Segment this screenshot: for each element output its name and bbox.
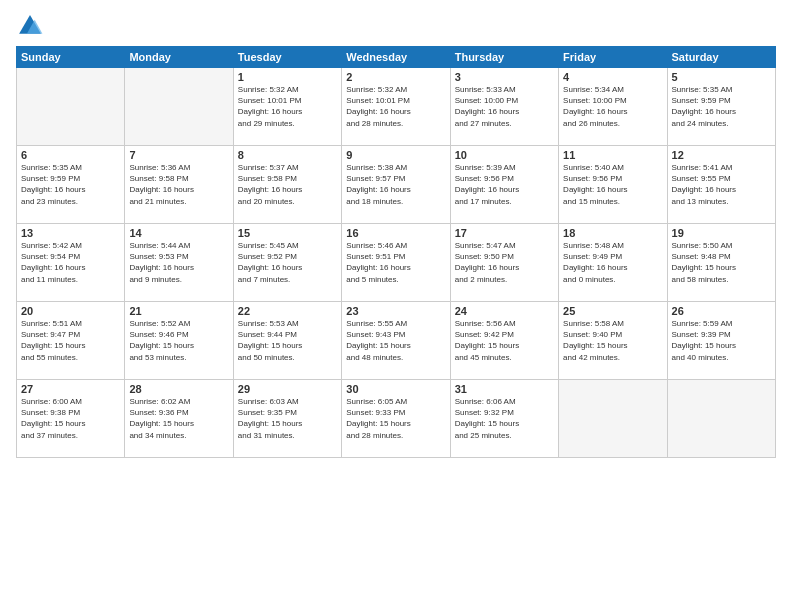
col-header-saturday: Saturday: [667, 47, 775, 68]
day-number: 27: [21, 383, 120, 395]
day-cell: 7Sunrise: 5:36 AM Sunset: 9:58 PM Daylig…: [125, 146, 233, 224]
col-header-thursday: Thursday: [450, 47, 558, 68]
day-info: Sunrise: 5:39 AM Sunset: 9:56 PM Dayligh…: [455, 162, 554, 207]
day-cell: 29Sunrise: 6:03 AM Sunset: 9:35 PM Dayli…: [233, 380, 341, 458]
day-cell: 22Sunrise: 5:53 AM Sunset: 9:44 PM Dayli…: [233, 302, 341, 380]
day-cell: 15Sunrise: 5:45 AM Sunset: 9:52 PM Dayli…: [233, 224, 341, 302]
day-info: Sunrise: 5:50 AM Sunset: 9:48 PM Dayligh…: [672, 240, 771, 285]
day-cell: 25Sunrise: 5:58 AM Sunset: 9:40 PM Dayli…: [559, 302, 667, 380]
day-info: Sunrise: 6:06 AM Sunset: 9:32 PM Dayligh…: [455, 396, 554, 441]
day-cell: 16Sunrise: 5:46 AM Sunset: 9:51 PM Dayli…: [342, 224, 450, 302]
day-info: Sunrise: 5:55 AM Sunset: 9:43 PM Dayligh…: [346, 318, 445, 363]
day-number: 6: [21, 149, 120, 161]
day-cell: 30Sunrise: 6:05 AM Sunset: 9:33 PM Dayli…: [342, 380, 450, 458]
day-number: 22: [238, 305, 337, 317]
day-info: Sunrise: 5:53 AM Sunset: 9:44 PM Dayligh…: [238, 318, 337, 363]
day-cell: 10Sunrise: 5:39 AM Sunset: 9:56 PM Dayli…: [450, 146, 558, 224]
header-row: SundayMondayTuesdayWednesdayThursdayFrid…: [17, 47, 776, 68]
day-info: Sunrise: 6:02 AM Sunset: 9:36 PM Dayligh…: [129, 396, 228, 441]
day-number: 8: [238, 149, 337, 161]
day-cell: [559, 380, 667, 458]
day-cell: 2Sunrise: 5:32 AM Sunset: 10:01 PM Dayli…: [342, 68, 450, 146]
day-cell: 8Sunrise: 5:37 AM Sunset: 9:58 PM Daylig…: [233, 146, 341, 224]
week-row-5: 27Sunrise: 6:00 AM Sunset: 9:38 PM Dayli…: [17, 380, 776, 458]
day-number: 16: [346, 227, 445, 239]
day-cell: 24Sunrise: 5:56 AM Sunset: 9:42 PM Dayli…: [450, 302, 558, 380]
page: SundayMondayTuesdayWednesdayThursdayFrid…: [0, 0, 792, 612]
day-cell: [125, 68, 233, 146]
day-number: 31: [455, 383, 554, 395]
day-cell: 5Sunrise: 5:35 AM Sunset: 9:59 PM Daylig…: [667, 68, 775, 146]
day-cell: 21Sunrise: 5:52 AM Sunset: 9:46 PM Dayli…: [125, 302, 233, 380]
day-info: Sunrise: 5:40 AM Sunset: 9:56 PM Dayligh…: [563, 162, 662, 207]
day-cell: 28Sunrise: 6:02 AM Sunset: 9:36 PM Dayli…: [125, 380, 233, 458]
day-info: Sunrise: 5:42 AM Sunset: 9:54 PM Dayligh…: [21, 240, 120, 285]
day-number: 21: [129, 305, 228, 317]
day-number: 5: [672, 71, 771, 83]
day-info: Sunrise: 5:44 AM Sunset: 9:53 PM Dayligh…: [129, 240, 228, 285]
day-info: Sunrise: 5:32 AM Sunset: 10:01 PM Daylig…: [346, 84, 445, 129]
day-cell: 1Sunrise: 5:32 AM Sunset: 10:01 PM Dayli…: [233, 68, 341, 146]
week-row-2: 6Sunrise: 5:35 AM Sunset: 9:59 PM Daylig…: [17, 146, 776, 224]
day-info: Sunrise: 5:59 AM Sunset: 9:39 PM Dayligh…: [672, 318, 771, 363]
calendar-table: SundayMondayTuesdayWednesdayThursdayFrid…: [16, 46, 776, 458]
day-number: 10: [455, 149, 554, 161]
day-info: Sunrise: 5:34 AM Sunset: 10:00 PM Daylig…: [563, 84, 662, 129]
day-info: Sunrise: 5:45 AM Sunset: 9:52 PM Dayligh…: [238, 240, 337, 285]
day-number: 9: [346, 149, 445, 161]
day-info: Sunrise: 5:35 AM Sunset: 9:59 PM Dayligh…: [21, 162, 120, 207]
day-number: 2: [346, 71, 445, 83]
day-info: Sunrise: 5:37 AM Sunset: 9:58 PM Dayligh…: [238, 162, 337, 207]
day-number: 18: [563, 227, 662, 239]
day-info: Sunrise: 6:00 AM Sunset: 9:38 PM Dayligh…: [21, 396, 120, 441]
day-number: 25: [563, 305, 662, 317]
day-number: 13: [21, 227, 120, 239]
day-number: 14: [129, 227, 228, 239]
day-info: Sunrise: 5:48 AM Sunset: 9:49 PM Dayligh…: [563, 240, 662, 285]
day-info: Sunrise: 5:56 AM Sunset: 9:42 PM Dayligh…: [455, 318, 554, 363]
day-cell: 31Sunrise: 6:06 AM Sunset: 9:32 PM Dayli…: [450, 380, 558, 458]
col-header-friday: Friday: [559, 47, 667, 68]
day-cell: [17, 68, 125, 146]
week-row-3: 13Sunrise: 5:42 AM Sunset: 9:54 PM Dayli…: [17, 224, 776, 302]
day-number: 28: [129, 383, 228, 395]
day-cell: 19Sunrise: 5:50 AM Sunset: 9:48 PM Dayli…: [667, 224, 775, 302]
day-info: Sunrise: 6:05 AM Sunset: 9:33 PM Dayligh…: [346, 396, 445, 441]
day-info: Sunrise: 5:51 AM Sunset: 9:47 PM Dayligh…: [21, 318, 120, 363]
day-cell: 11Sunrise: 5:40 AM Sunset: 9:56 PM Dayli…: [559, 146, 667, 224]
day-cell: 3Sunrise: 5:33 AM Sunset: 10:00 PM Dayli…: [450, 68, 558, 146]
col-header-tuesday: Tuesday: [233, 47, 341, 68]
day-info: Sunrise: 5:41 AM Sunset: 9:55 PM Dayligh…: [672, 162, 771, 207]
day-info: Sunrise: 5:35 AM Sunset: 9:59 PM Dayligh…: [672, 84, 771, 129]
day-number: 17: [455, 227, 554, 239]
day-info: Sunrise: 5:36 AM Sunset: 9:58 PM Dayligh…: [129, 162, 228, 207]
day-number: 23: [346, 305, 445, 317]
col-header-wednesday: Wednesday: [342, 47, 450, 68]
day-cell: 9Sunrise: 5:38 AM Sunset: 9:57 PM Daylig…: [342, 146, 450, 224]
day-info: Sunrise: 5:32 AM Sunset: 10:01 PM Daylig…: [238, 84, 337, 129]
header: [16, 12, 776, 40]
week-row-1: 1Sunrise: 5:32 AM Sunset: 10:01 PM Dayli…: [17, 68, 776, 146]
day-number: 12: [672, 149, 771, 161]
logo-icon: [16, 12, 44, 40]
col-header-sunday: Sunday: [17, 47, 125, 68]
day-info: Sunrise: 5:47 AM Sunset: 9:50 PM Dayligh…: [455, 240, 554, 285]
day-number: 15: [238, 227, 337, 239]
logo: [16, 12, 48, 40]
day-number: 20: [21, 305, 120, 317]
day-info: Sunrise: 5:33 AM Sunset: 10:00 PM Daylig…: [455, 84, 554, 129]
day-cell: 12Sunrise: 5:41 AM Sunset: 9:55 PM Dayli…: [667, 146, 775, 224]
col-header-monday: Monday: [125, 47, 233, 68]
day-cell: 20Sunrise: 5:51 AM Sunset: 9:47 PM Dayli…: [17, 302, 125, 380]
day-number: 1: [238, 71, 337, 83]
day-cell: 27Sunrise: 6:00 AM Sunset: 9:38 PM Dayli…: [17, 380, 125, 458]
day-cell: 23Sunrise: 5:55 AM Sunset: 9:43 PM Dayli…: [342, 302, 450, 380]
day-info: Sunrise: 5:38 AM Sunset: 9:57 PM Dayligh…: [346, 162, 445, 207]
day-info: Sunrise: 5:58 AM Sunset: 9:40 PM Dayligh…: [563, 318, 662, 363]
day-cell: [667, 380, 775, 458]
day-info: Sunrise: 5:52 AM Sunset: 9:46 PM Dayligh…: [129, 318, 228, 363]
day-info: Sunrise: 5:46 AM Sunset: 9:51 PM Dayligh…: [346, 240, 445, 285]
day-number: 29: [238, 383, 337, 395]
day-number: 19: [672, 227, 771, 239]
day-cell: 14Sunrise: 5:44 AM Sunset: 9:53 PM Dayli…: [125, 224, 233, 302]
